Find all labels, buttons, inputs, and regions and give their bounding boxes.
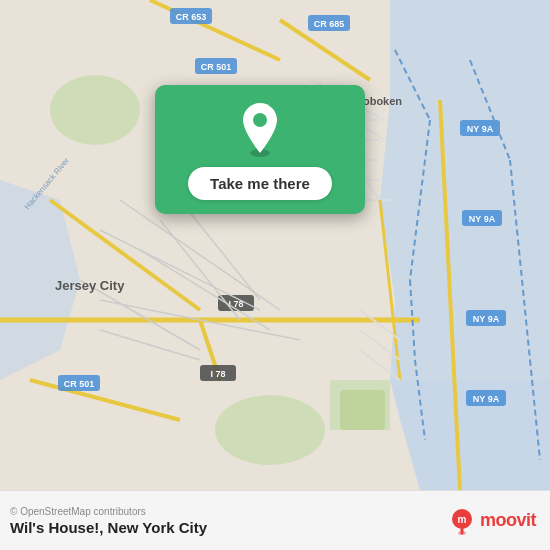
- svg-text:Jersey City: Jersey City: [55, 278, 125, 293]
- map-view[interactable]: CR 653 CR 685 CR 501 CR 501 I 78 I 78 NY…: [0, 0, 550, 490]
- svg-text:CR 653: CR 653: [176, 12, 207, 22]
- location-info: © OpenStreetMap contributors Wil's House…: [10, 506, 207, 536]
- svg-point-71: [253, 113, 267, 127]
- svg-rect-69: [340, 390, 385, 430]
- location-title: Wil's House!, New York City: [10, 519, 207, 536]
- svg-text:m: m: [458, 514, 467, 525]
- location-popup: Take me there: [155, 85, 365, 214]
- svg-point-5: [215, 395, 325, 465]
- svg-text:CR 685: CR 685: [314, 19, 345, 29]
- svg-text:CR 501: CR 501: [201, 62, 232, 72]
- svg-text:NY 9A: NY 9A: [467, 124, 494, 134]
- svg-text:NY 9A: NY 9A: [469, 214, 496, 224]
- svg-text:CR 501: CR 501: [64, 379, 95, 389]
- bottom-bar: © OpenStreetMap contributors Wil's House…: [0, 490, 550, 550]
- svg-text:I 78: I 78: [210, 369, 225, 379]
- svg-point-4: [50, 75, 140, 145]
- svg-point-73: [458, 531, 466, 535]
- map-attribution: © OpenStreetMap contributors: [10, 506, 207, 517]
- moovit-logo: m moovit: [448, 507, 536, 535]
- moovit-text: moovit: [480, 510, 536, 531]
- location-pin-icon: [234, 103, 286, 155]
- take-me-there-button[interactable]: Take me there: [188, 167, 332, 200]
- svg-text:NY 9A: NY 9A: [473, 314, 500, 324]
- svg-text:NY 9A: NY 9A: [473, 394, 500, 404]
- moovit-logo-icon: m: [448, 507, 476, 535]
